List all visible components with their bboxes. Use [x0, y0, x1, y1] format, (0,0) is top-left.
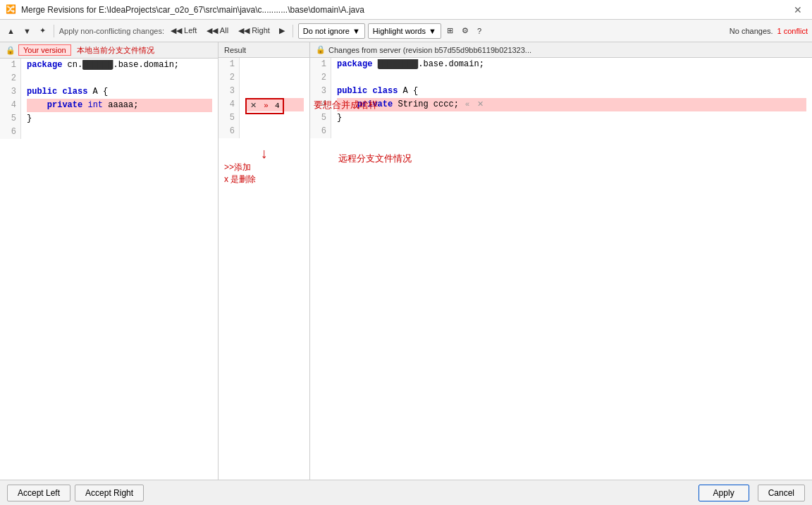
center-code-lines: ✕ » 4 [240, 58, 309, 138]
center-line-num-5: 5 [223, 111, 235, 125]
right-conflict-accept-btn[interactable]: « [464, 99, 471, 108]
right-code-row-5: } [337, 111, 806, 125]
right-line-num-1: 1 [314, 58, 326, 71]
toolbar: ▲ ▼ ✦ Apply non-conflicting changes: ◀◀ … [0, 20, 812, 42]
highlight-dropdown-arrow-icon: ▼ [429, 27, 436, 35]
right-line-num-4: 4 [314, 98, 326, 111]
toolbar-right: No changes. 1 conflict [730, 27, 808, 35]
your-version-badge: Your version [18, 44, 71, 56]
left-nav-button[interactable]: ◀◀ Left [167, 25, 200, 37]
delete-hint-text: x 是删除 [224, 174, 304, 185]
left-annotation: 本地当前分支文件情况 [77, 45, 154, 56]
all-nav-button[interactable]: ◀◀ All [203, 25, 232, 37]
center-code-row-2 [245, 71, 304, 85]
right-panel: 🔒 Changes from server (revision b57d55d9… [310, 42, 812, 480]
center-panel-header: Result [219, 42, 309, 58]
center-code-row-6 [245, 125, 304, 138]
down-arrow-annotation: ↓ [224, 145, 304, 162]
main-content: 🔒 Your version 本地当前分支文件情况 1 2 3 4 5 6 pa… [0, 42, 812, 480]
left-line-num-3: 3 [4, 85, 16, 99]
right-code-row-3: public class A { [337, 85, 806, 98]
left-code-row-2 [27, 72, 212, 85]
left-lock-icon: 🔒 [6, 46, 16, 55]
title-bar: 🔀 Merge Revisions for E:\IdeaProjects\ca… [0, 0, 812, 20]
left-line-numbers: 1 2 3 4 5 6 [0, 59, 21, 139]
up-button[interactable]: ▲ [4, 25, 18, 37]
dropdown-arrow-icon: ▼ [352, 27, 360, 35]
center-line-num-2: 2 [223, 71, 235, 85]
settings-button[interactable]: ⚙ [459, 25, 472, 37]
apply-non-conflicting-label: Apply non-conflicting changes: [59, 27, 164, 35]
right-panel-header: 🔒 Changes from server (revision b57d55d9… [310, 42, 812, 58]
center-code-row-3 [245, 85, 304, 98]
highlight-words-label: Highlight words [373, 27, 426, 35]
app-icon: 🔀 [6, 4, 17, 16]
right-code-row-6 [337, 125, 806, 138]
right-line-num-2: 2 [314, 71, 326, 85]
left-line-num-6: 6 [4, 126, 16, 139]
right-panel-header-text: Changes from server (revision b57d55d9bb… [328, 46, 531, 54]
left-code-row-1: package cn.██████.base.domain; [27, 59, 212, 72]
separator-2 [293, 25, 293, 37]
right-panel-body[interactable]: 1 2 3 4 5 6 package ████████.base.domain… [310, 58, 812, 480]
accept-left-button[interactable]: Accept Left [7, 485, 70, 501]
do-not-ignore-dropdown[interactable]: Do not ignore ▼ [298, 23, 365, 39]
do-not-ignore-label: Do not ignore [303, 27, 350, 35]
center-line-numbers: 1 2 3 4 5 6 [219, 58, 240, 138]
right-code-lines: package ████████.base.domain; public cla… [331, 58, 812, 138]
close-button[interactable]: ✕ [789, 1, 806, 18]
help-button[interactable]: ? [474, 25, 484, 37]
left-line-num-5: 5 [4, 112, 16, 126]
right-code-area: 1 2 3 4 5 6 package ████████.base.domain… [310, 58, 812, 138]
center-panel-body[interactable]: 1 2 3 4 5 6 ✕ » 4 [219, 58, 309, 480]
left-code-row-6 [27, 126, 212, 139]
center-annotation-area: ↓ >>添加 x 是删除 [219, 138, 309, 193]
title-text: Merge Revisions for E:\IdeaProjects\car_… [21, 5, 789, 15]
grid-button[interactable]: ⊞ [444, 25, 456, 37]
down-button[interactable]: ▼ [20, 25, 34, 37]
center-code-row-1 [245, 58, 304, 71]
add-hint-text: >>添加 [224, 162, 304, 174]
right-line-num-3: 3 [314, 85, 326, 98]
magic-button[interactable]: ✦ [37, 25, 49, 37]
left-code-row-5: } [27, 112, 212, 126]
left-panel: 🔒 Your version 本地当前分支文件情况 1 2 3 4 5 6 pa… [0, 42, 219, 480]
cancel-button[interactable]: Cancel [758, 485, 805, 501]
right-line-num-5: 5 [314, 111, 326, 125]
right-lock-icon: 🔒 [316, 45, 326, 54]
left-line-num-1: 1 [4, 59, 16, 72]
conflict-reject-left-btn[interactable]: ✕ [248, 99, 259, 111]
left-panel-header: 🔒 Your version 本地当前分支文件情况 [0, 42, 218, 59]
center-panel: Result 1 2 3 4 5 6 ✕ [219, 42, 310, 480]
right-nav-button[interactable]: ◀◀ Right [235, 25, 273, 37]
more-button[interactable]: ▶ [276, 25, 288, 37]
center-line-num-3: 3 [223, 85, 235, 98]
right-code-row-2 [337, 71, 806, 85]
result-label: Result [224, 46, 246, 54]
right-annotation: 远程分支文件情况 [310, 138, 812, 179]
footer: Accept Left Accept Right Apply Cancel [0, 480, 812, 505]
right-conflict-reject-btn[interactable]: ✕ [476, 99, 485, 109]
right-line-num-6: 6 [314, 125, 326, 138]
center-line-num-6: 6 [223, 125, 235, 138]
left-line-num-2: 2 [4, 72, 16, 85]
accept-right-button[interactable]: Accept Right [75, 485, 144, 501]
left-line-num-4: 4 [4, 99, 16, 112]
left-code-row-3: public class A { [27, 85, 212, 99]
no-changes-text: No changes. [730, 27, 773, 35]
conflict-controls-box: ✕ » 4 [245, 98, 284, 114]
left-code-lines: package cn.██████.base.domain; public cl… [21, 59, 218, 139]
conflict-count-text: 1 conflict [777, 27, 808, 35]
right-code-row-1: package ████████.base.domain; [337, 58, 806, 71]
right-code-row-4: private String cccc; « ✕ [337, 98, 806, 111]
center-line-num-4: 4 [223, 98, 235, 111]
right-line-numbers: 1 2 3 4 5 6 [310, 58, 331, 138]
left-panel-body[interactable]: 1 2 3 4 5 6 package cn.██████.base.domai… [0, 59, 218, 480]
left-code-area: 1 2 3 4 5 6 package cn.██████.base.domai… [0, 59, 218, 139]
center-code-row-4: ✕ » 4 [245, 98, 304, 111]
left-code-row-4: private int aaaaa; [27, 99, 212, 112]
center-code-area: 1 2 3 4 5 6 ✕ » 4 [219, 58, 309, 138]
highlight-words-dropdown[interactable]: Highlight words ▼ [368, 23, 441, 39]
apply-button[interactable]: Apply [699, 485, 749, 501]
center-line-num-1: 1 [223, 58, 235, 71]
